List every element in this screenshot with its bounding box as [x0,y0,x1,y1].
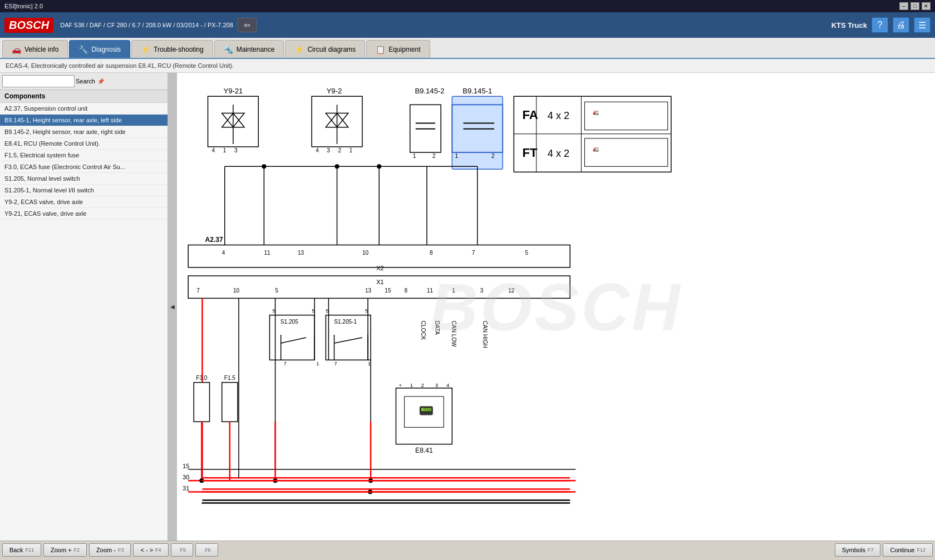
svg-text:B9.145-1: B9.145-1 [462,87,492,95]
back-fn: F11 [25,547,34,553]
svg-text:A2.37: A2.37 [205,236,223,244]
equipment-icon: 📋 [376,45,385,54]
svg-text:1: 1 [410,383,413,388]
svg-text:2: 2 [338,147,342,153]
svg-text:F3.0: F3.0 [196,375,208,381]
menu-left: BOSCH DAF 538 / DAF / CF 280 / 6.7 / 208… [4,18,257,33]
svg-text:13: 13 [298,250,304,256]
svg-text:X1: X1 [376,279,384,285]
component-item-a2-37[interactable]: A2.37, Suspension control unit [0,103,168,115]
component-item-f3-0[interactable]: F3.0, ECAS fuse (Electronic Control Air … [0,161,168,173]
svg-text:1: 1 [455,153,458,159]
zoom-plus-label: Zoom + [51,547,72,553]
vehicle-info-text: DAF 538 / DAF / CF 280 / 6.7 / 208.0 kW … [60,22,233,28]
component-item-s1-205-1[interactable]: S1.205-1, Normal level I/II switch [0,185,168,196]
component-item-y9-2[interactable]: Y9-2, ECAS valve, drive axle [0,196,168,208]
svg-text:X2: X2 [376,265,384,271]
svg-text:E8.41: E8.41 [415,447,433,454]
minimize-button[interactable]: ─ [899,2,908,10]
svg-text:3: 3 [234,147,238,153]
tab-maintenance[interactable]: 🔩 Maintenance [214,40,284,58]
tab-circuit-diagrams[interactable]: ⚡ Circuit diagrams [285,40,365,58]
svg-point-120 [377,164,381,169]
svg-text:31: 31 [183,485,189,492]
svg-text:4 x 2: 4 x 2 [548,148,569,159]
tab-circuit-diagrams-label: Circuit diagrams [307,46,356,53]
back-label: Back [9,547,23,553]
svg-text:+: + [399,383,402,388]
close-button[interactable]: ✕ [922,2,931,10]
nav-arrow-button[interactable]: ⇦ [238,18,257,32]
zoom-minus-button[interactable]: Zoom - F3 [89,543,131,557]
diagnosis-icon: 🔧 [78,45,88,54]
component-item-y9-21[interactable]: Y9-21, ECAS valve, drive axle [0,208,168,220]
svg-text:1: 1 [350,147,353,153]
f5-button[interactable]: F5 [171,543,194,557]
component-item-b9-145-2[interactable]: B9.145-2, Height sensor, rear axle, righ… [0,126,168,138]
svg-text:Y9-21: Y9-21 [223,87,243,95]
tab-trouble-shooting[interactable]: ⚡ Trouble-shooting [131,40,213,58]
search-label: Search [76,78,95,85]
search-input[interactable] [2,75,75,87]
svg-text:30: 30 [183,474,189,480]
component-item-f1-5[interactable]: F1.5, Electrical system fuse [0,150,168,161]
tab-equipment[interactable]: 📋 Equipment [366,40,430,58]
svg-rect-90 [222,383,238,422]
svg-text:1: 1 [223,147,227,153]
collapse-sidebar-button[interactable]: ◀ [168,73,177,541]
help-button[interactable]: ? [872,17,888,33]
search-bar: Search 📌 [0,73,168,90]
sidebar: Search 📌 Components A2.37, Suspension co… [0,73,168,541]
nav-button[interactable]: < - > F4 [133,543,168,557]
svg-text:B9.145-2: B9.145-2 [415,87,444,95]
pin-icon[interactable]: 📌 [97,78,104,85]
tab-vehicle-info[interactable]: 🚗 Vehicle info [2,40,68,58]
menu-bar: BOSCH DAF 538 / DAF / CF 280 / 6.7 / 208… [0,12,935,38]
nav-fn: F4 [155,547,161,553]
component-list: A2.37, Suspension control unit B9.145-1,… [0,103,168,541]
symbols-button[interactable]: Symbols F7 [835,543,881,557]
bosch-logo: BOSCH [4,18,53,33]
svg-text:4: 4 [316,147,319,153]
continue-fn: F12 [917,547,926,553]
svg-text:3: 3 [480,288,484,294]
svg-text:11: 11 [264,250,270,256]
back-button[interactable]: Back F11 [2,543,41,557]
print-button[interactable]: 🖨 [893,17,909,33]
component-item-s1-205[interactable]: S1.205, Normal level switch [0,173,168,185]
maximize-button[interactable]: □ [911,2,919,10]
svg-rect-44 [188,245,570,267]
component-item-e8-41[interactable]: E8.41, RCU (Remote Control Unit). [0,138,168,150]
trouble-shooting-icon: ⚡ [141,45,150,54]
svg-text:2: 2 [421,383,424,388]
continue-button[interactable]: Continue F12 [883,543,933,557]
tab-bar: 🚗 Vehicle info 🔧 Diagnosis ⚡ Trouble-sho… [0,38,935,59]
bottom-bar: Back F11 Zoom + F2 Zoom - F3 < - > F4 F5… [0,541,935,558]
app-title: ESI[tronic] 2.0 [4,3,43,9]
svg-text:S1.205: S1.205 [280,319,298,325]
svg-text:8: 8 [430,250,433,256]
svg-text:10: 10 [233,288,240,294]
title-bar: ESI[tronic] 2.0 ─ □ ✕ [0,0,935,12]
tab-equipment-label: Equipment [388,46,420,53]
zoom-minus-label: Zoom - [96,547,116,553]
f6-button[interactable]: F6 [195,543,218,557]
svg-text:DATA: DATA [434,321,440,335]
symbols-label: Symbols [842,547,865,553]
svg-text:🚛: 🚛 [593,109,599,116]
svg-text:7: 7 [472,250,475,256]
menu-right: KTS Truck ? 🖨 ☰ [831,17,931,33]
svg-text:11: 11 [427,288,434,294]
tab-diagnosis[interactable]: 🔧 Diagnosis [69,40,130,58]
svg-text:7: 7 [196,288,200,294]
circuit-diagram-svg: Y9-21 Y9-2 B9.145-2 B9.145-1 4 1 3 [177,73,935,541]
svg-text:1: 1 [452,288,455,294]
menu-button[interactable]: ☰ [914,17,931,33]
zoom-plus-button[interactable]: Zoom + F2 [43,543,87,557]
maintenance-icon: 🔩 [224,45,233,54]
component-item-b9-145-1[interactable]: B9.145-1, Height sensor, rear axle, left… [0,115,168,126]
kts-label: KTS Truck [831,21,867,29]
tab-maintenance-label: Maintenance [237,46,275,53]
breadcrumb: ECAS-4, Electronically controlled air su… [0,59,935,73]
f6-fn: F6 [205,547,211,553]
